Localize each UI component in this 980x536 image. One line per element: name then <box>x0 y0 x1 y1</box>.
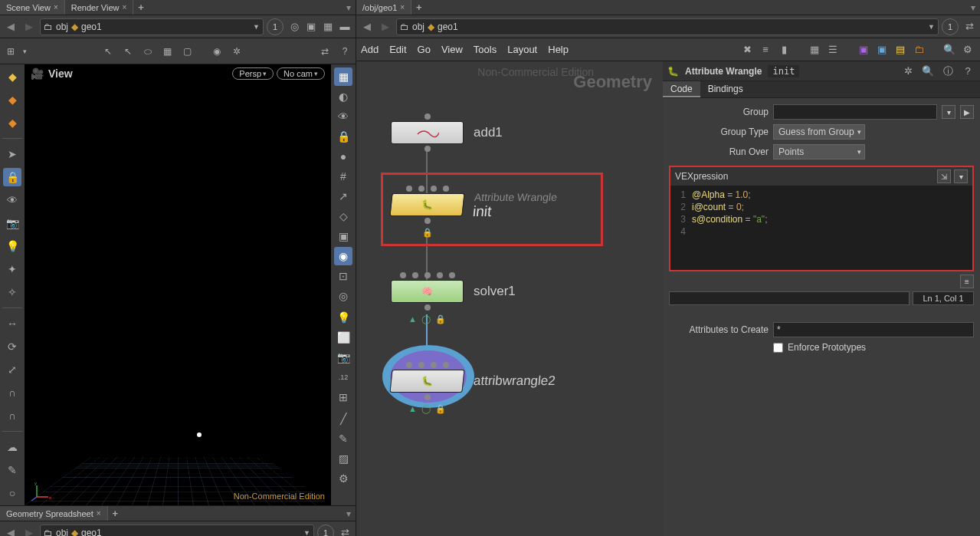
take-icon[interactable]: ◎ <box>287 19 302 35</box>
close-icon[interactable]: × <box>123 3 127 12</box>
node-init[interactable]: 🐛 Attribute Wrangle init 🔒 <box>391 186 464 238</box>
menu-go[interactable]: Go <box>418 44 431 55</box>
help-icon[interactable]: ? <box>960 64 975 79</box>
wand-icon[interactable]: ✖ <box>739 42 755 58</box>
group-input[interactable] <box>773 104 937 120</box>
tool-brush-icon[interactable]: ✎ <box>3 461 21 479</box>
pin-button[interactable]: 1 <box>267 18 284 35</box>
node-attribwrangle2[interactable]: 🐛 attribwrangle2 ▲ ◯ 🔒 <box>391 362 464 414</box>
group-type-dropdown[interactable]: Guess from Group <box>773 124 865 140</box>
forward-button[interactable]: ▶ <box>21 525 37 537</box>
display-opts-icon[interactable]: ⚙ <box>334 469 352 488</box>
tab-bindings[interactable]: Bindings <box>700 81 751 97</box>
lock-small-icon[interactable]: 🔒 <box>334 127 352 146</box>
lock-icon[interactable]: 🔒 <box>3 168 21 186</box>
path-input[interactable]: 🗀 obj ◆ geo1 ▼ <box>40 524 314 537</box>
tab-geo-spreadsheet[interactable]: Geometry Spreadsheet× <box>0 506 108 521</box>
menu-view[interactable]: View <box>441 44 463 55</box>
tool-cloud-icon[interactable]: ☁ <box>3 438 21 456</box>
forward-button[interactable]: ▶ <box>21 19 37 35</box>
list-view-icon[interactable]: ☰ <box>825 42 841 58</box>
path-seg-obj[interactable]: obj <box>412 21 424 32</box>
path-input[interactable]: 🗀 obj ◆ geo1 ▼ <box>40 18 264 35</box>
back-button[interactable]: ◀ <box>359 19 375 35</box>
grid-icon[interactable]: ⊞ <box>3 44 18 59</box>
template-flag-icon[interactable]: ▲ <box>408 314 417 324</box>
snap-icon[interactable]: ▦ <box>160 44 175 59</box>
tool-light-icon[interactable]: 💡 <box>3 237 21 255</box>
chevron-down-icon[interactable]: ▼ <box>253 23 260 31</box>
tab-path[interactable]: /obj/geo1× <box>356 0 411 15</box>
display-points-icon[interactable]: ● <box>334 147 352 166</box>
tab-render-view[interactable]: Render View× <box>65 0 134 15</box>
tool-pose-icon[interactable]: ✧ <box>3 283 21 301</box>
snapshot-icon[interactable]: ▦ <box>320 19 336 35</box>
pin-button[interactable]: 1 <box>317 524 334 537</box>
search-icon[interactable]: 🔍 <box>920 64 936 79</box>
tab-overflow-button[interactable]: ▾ <box>966 2 980 13</box>
tool-circle-icon[interactable]: ○ <box>3 484 21 502</box>
display-normals-icon[interactable]: ↗ <box>334 187 352 206</box>
info-icon[interactable]: ⓘ <box>940 64 955 79</box>
tool-eye-icon[interactable]: 👁 <box>3 191 21 209</box>
gear-icon[interactable]: ⚙ <box>960 42 975 58</box>
display-uvs-icon[interactable]: ⊡ <box>334 267 352 285</box>
tab-scene-view[interactable]: Scene View× <box>0 0 65 15</box>
back-button[interactable]: ◀ <box>3 525 18 537</box>
help-icon[interactable]: ? <box>337 44 352 59</box>
chevron-down-icon[interactable]: ▼ <box>303 529 310 537</box>
display-numbers-icon[interactable]: # <box>334 167 352 186</box>
node-solver1[interactable]: 🧠 solver1 ▲ ◯ 🔒 <box>391 272 464 324</box>
add-tab-button[interactable]: + <box>108 506 123 521</box>
display-icon[interactable]: ▣ <box>303 19 319 35</box>
gear-icon[interactable]: ✲ <box>229 44 244 59</box>
tool-rotate-icon[interactable]: ⟳ <box>3 337 21 356</box>
tool-scale-icon[interactable]: ⤢ <box>3 360 21 379</box>
vex-menu-button[interactable]: ▾ <box>954 169 968 183</box>
tab-overflow-button[interactable]: ▾ <box>342 508 356 519</box>
memory-icon[interactable]: ▬ <box>337 19 352 35</box>
tag-blue-icon[interactable]: ▣ <box>874 42 890 58</box>
path-seg-obj[interactable]: obj <box>56 21 68 32</box>
menu-edit[interactable]: Edit <box>389 44 406 55</box>
tool-select-orange2[interactable]: ◆ <box>3 113 21 132</box>
pointer-icon[interactable]: ➤ <box>3 145 21 163</box>
add-tab-button[interactable]: + <box>133 0 149 15</box>
link-icon[interactable]: ⇄ <box>337 525 352 537</box>
tool-magnet-icon[interactable]: ∩ <box>3 383 21 402</box>
display-num-icon[interactable]: .12 <box>334 368 352 386</box>
draw-check-icon[interactable]: ▨ <box>334 449 352 468</box>
tool-translate-icon[interactable]: ↔ <box>3 314 21 333</box>
list-icon[interactable]: ≡ <box>758 42 773 58</box>
tab-overflow-button[interactable]: ▾ <box>342 2 356 13</box>
display-template-icon[interactable]: ▦ <box>334 67 352 86</box>
network-view[interactable]: Non-Commercial Edition Geometry add1 <box>356 61 663 536</box>
display-mat-icon[interactable]: ◎ <box>334 287 352 305</box>
path-seg-geo[interactable]: geo1 <box>438 21 458 32</box>
path-seg-geo[interactable]: geo1 <box>81 528 102 537</box>
bypass-flag-icon[interactable]: ◯ <box>421 404 431 414</box>
back-button[interactable]: ◀ <box>3 19 18 35</box>
display-hull-icon[interactable]: ◇ <box>334 207 352 225</box>
snap-toggle-icon[interactable]: ⇄ <box>317 44 333 59</box>
lasso-icon[interactable]: ⬭ <box>140 44 156 59</box>
draw-feather-icon[interactable]: ✎ <box>334 429 352 448</box>
node-add1[interactable]: add1 <box>391 113 464 153</box>
template-flag-icon[interactable]: ▲ <box>408 404 417 414</box>
display-ghost-icon[interactable]: ◐ <box>334 87 352 106</box>
folder-icon[interactable]: 🗀 <box>911 42 926 58</box>
menu-tools[interactable]: Tools <box>474 44 497 55</box>
tool-camera-icon[interactable]: 📷 <box>3 214 21 232</box>
tag-purple-icon[interactable]: ▣ <box>856 42 871 58</box>
display-shaded-icon[interactable]: ◉ <box>334 247 352 265</box>
camera-menu[interactable]: No cam▾ <box>277 67 325 80</box>
select-arrow2-icon[interactable]: ↖ <box>120 44 136 59</box>
code-preset-button[interactable]: ≡ <box>960 275 974 288</box>
tab-code[interactable]: Code <box>663 81 700 97</box>
menu-add[interactable]: Add <box>361 44 379 55</box>
display-hide-icon[interactable]: 👁 <box>334 107 352 126</box>
tool-select-orange[interactable]: ◆ <box>3 90 21 109</box>
display-bg-icon[interactable]: ⬜ <box>334 328 352 347</box>
tool-bone-icon[interactable]: ✦ <box>3 260 21 278</box>
menu-layout[interactable]: Layout <box>507 44 537 55</box>
